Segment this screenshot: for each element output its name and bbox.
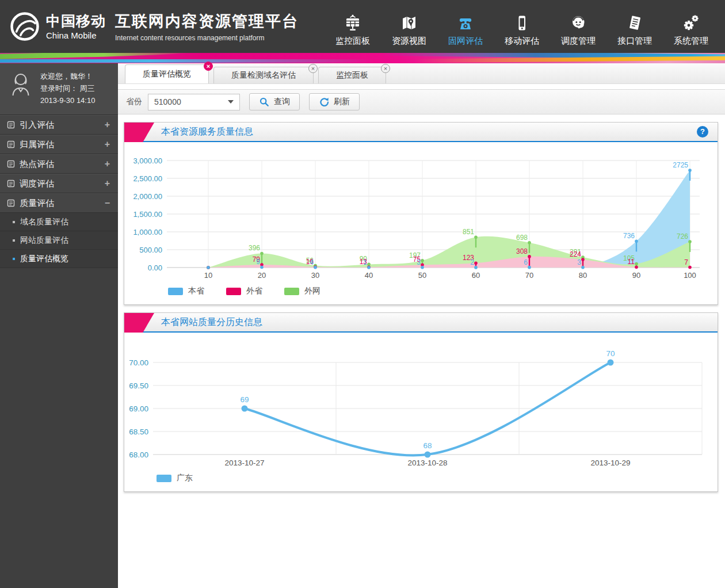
- sidebar-subitem-label: 网站质量评估: [20, 235, 68, 246]
- province-label: 省份: [126, 97, 142, 107]
- user-info-box: 欢迎您，魏华！ 登录时间： 周三 2013-9-30 14:10: [0, 63, 118, 115]
- line-chart-website-quality-history: 70.0069.5069.0068.5068.002013-10-272013-…: [124, 334, 716, 471]
- svg-text:40: 40: [365, 271, 373, 280]
- login-time-text: 登录时间： 周三: [40, 82, 95, 94]
- document-icon: [7, 180, 15, 188]
- legend-swatch: [157, 475, 171, 482]
- nav-item-fixed-network-eval[interactable]: 固网评估: [437, 7, 494, 47]
- svg-text:10: 10: [204, 271, 212, 280]
- nav-item-system-management[interactable]: 系统管理: [663, 7, 719, 47]
- chart-legend: 本省 外省 外网: [124, 284, 718, 301]
- sidebar-item-hotspot-eval[interactable]: 热点评估 +: [0, 154, 118, 174]
- panel-header: 本省资源服务质量信息 ?: [124, 123, 718, 142]
- brand-name-en: China Mobile: [46, 31, 106, 40]
- tab-monitor-panel[interactable]: 监控面板 ×: [318, 67, 386, 83]
- legend-label: 外省: [246, 286, 262, 296]
- brand-text: 中国移动 China Mobile: [46, 14, 106, 40]
- svg-text:70: 70: [606, 349, 615, 358]
- decorative-ribbon-stripe: [0, 53, 725, 63]
- sidebar-item-label: 调度评估: [20, 178, 54, 189]
- svg-text:1,500.00: 1,500.00: [133, 210, 162, 219]
- telephone-icon: [456, 14, 475, 32]
- application-window: 中国移动 China Mobile 互联网内容资源管理平台 Internet c…: [0, 0, 725, 588]
- app-header: 中国移动 China Mobile 互联网内容资源管理平台 Internet c…: [0, 0, 725, 53]
- refresh-button-label: 刷新: [334, 97, 350, 107]
- tab-close-icon[interactable]: ×: [204, 62, 213, 71]
- spacer: [118, 84, 725, 89]
- svg-text:1: 1: [363, 258, 367, 266]
- svg-text:3: 3: [577, 258, 581, 266]
- svg-text:698: 698: [516, 234, 528, 242]
- brand-name-cn: 中国移动: [46, 14, 106, 28]
- page-title: 互联网内容资源管理平台: [115, 11, 299, 32]
- svg-text:2013-10-27: 2013-10-27: [224, 459, 264, 467]
- sidebar-item-import-eval[interactable]: 引入评估 +: [0, 115, 118, 135]
- sidebar-item-attribution-eval[interactable]: 归属评估 +: [0, 135, 118, 154]
- expand-plus-icon[interactable]: +: [105, 139, 110, 150]
- svg-text:2013-10-29: 2013-10-29: [590, 459, 630, 467]
- nav-label: 监控面板: [335, 36, 370, 47]
- svg-text:396: 396: [249, 244, 260, 252]
- document-icon: [7, 140, 15, 148]
- collapse-minus-icon[interactable]: −: [105, 198, 110, 208]
- nav-label: 固网评估: [448, 36, 483, 47]
- nav-item-monitor-panel[interactable]: 监控面板: [325, 7, 381, 47]
- nav-label: 资源视图: [392, 36, 426, 47]
- legend-item-guangdong[interactable]: 广东: [157, 473, 193, 483]
- legend-item-external-network[interactable]: 外网: [284, 286, 320, 296]
- expand-plus-icon[interactable]: +: [105, 120, 110, 130]
- svg-text:308: 308: [516, 247, 528, 255]
- refresh-icon: [319, 97, 329, 107]
- ribbon-green: [0, 53, 194, 59]
- legend-label: 广东: [177, 473, 193, 483]
- legend-item-other-province[interactable]: 外省: [226, 286, 262, 296]
- nav-item-mobile-eval[interactable]: 移动评估: [494, 7, 550, 47]
- smartphone-icon: [513, 14, 531, 32]
- welcome-text: 欢迎您，魏华！: [40, 70, 95, 82]
- nav-item-resource-view[interactable]: 资源视图: [381, 7, 437, 47]
- expand-plus-icon[interactable]: +: [105, 159, 110, 169]
- sidebar-subitem-label: 质量评估概览: [20, 254, 68, 264]
- search-button-label: 查询: [274, 97, 290, 107]
- nav-label: 接口管理: [617, 36, 652, 47]
- sidebar: 欢迎您，魏华！ 登录时间： 周三 2013-9-30 14:10 引入评估 +: [0, 63, 118, 588]
- area-chart-resource-quality: 3,000.002,500.002,000.001,500.001,000.00…: [124, 143, 716, 284]
- legend-swatch: [226, 288, 241, 295]
- sidebar-subitem-website-quality-eval[interactable]: 网站质量评估: [0, 231, 118, 250]
- svg-text:70.00: 70.00: [129, 358, 148, 367]
- tab-quality-detect-domain-eval[interactable]: 质量检测域名评估 ×: [213, 67, 314, 83]
- nav-item-dispatch-management[interactable]: 调度管理: [550, 7, 606, 47]
- svg-text:7: 7: [684, 258, 688, 266]
- sidebar-item-dispatch-eval[interactable]: 调度评估 +: [0, 174, 118, 193]
- svg-text:2,500.00: 2,500.00: [133, 174, 162, 183]
- search-button[interactable]: 查询: [249, 93, 300, 110]
- sidebar-item-quality-eval[interactable]: 质量评估 −: [0, 193, 118, 213]
- svg-text:2,000.00: 2,000.00: [133, 192, 162, 201]
- panel-title: 本省资源服务质量信息: [161, 126, 253, 138]
- panel-resource-service-quality: 本省资源服务质量信息 ? 3,000.002,500.002,000.001,5…: [124, 122, 718, 305]
- tab-quality-eval-overview[interactable]: 质量评估概览 ×: [125, 64, 209, 83]
- svg-text:70: 70: [525, 271, 533, 280]
- province-select[interactable]: 510000: [148, 94, 240, 110]
- tab-bar: 质量评估概览 × 质量检测域名评估 × 监控面板 ×: [118, 63, 725, 84]
- sidebar-item-label: 质量评估: [20, 198, 54, 209]
- map-icon: [400, 14, 418, 32]
- monitor-panel-icon: [344, 14, 362, 32]
- tab-close-icon[interactable]: ×: [381, 64, 390, 73]
- svg-text:60: 60: [472, 271, 480, 280]
- tab-label: 质量评估概览: [143, 69, 191, 78]
- sidebar-item-label: 引入评估: [20, 120, 54, 131]
- content-area: 质量评估概览 × 质量检测域名评估 × 监控面板 × 省份 510000: [118, 63, 725, 588]
- tab-close-icon[interactable]: ×: [308, 64, 318, 73]
- legend-item-local-province[interactable]: 本省: [168, 286, 204, 296]
- expand-plus-icon[interactable]: +: [105, 178, 110, 189]
- refresh-button[interactable]: 刷新: [309, 93, 360, 110]
- tab-label: 监控面板: [336, 70, 368, 79]
- nav-item-interface-management[interactable]: 接口管理: [606, 7, 663, 47]
- sidebar-subitem-domain-quality-eval[interactable]: 域名质量评估: [0, 213, 118, 231]
- help-icon[interactable]: ?: [697, 126, 708, 138]
- panel-body: 3,000.002,500.002,000.001,500.001,000.00…: [124, 142, 718, 304]
- svg-text:69: 69: [240, 395, 249, 404]
- svg-text:9: 9: [256, 258, 260, 266]
- sidebar-subitem-quality-eval-overview[interactable]: 质量评估概览: [0, 250, 118, 268]
